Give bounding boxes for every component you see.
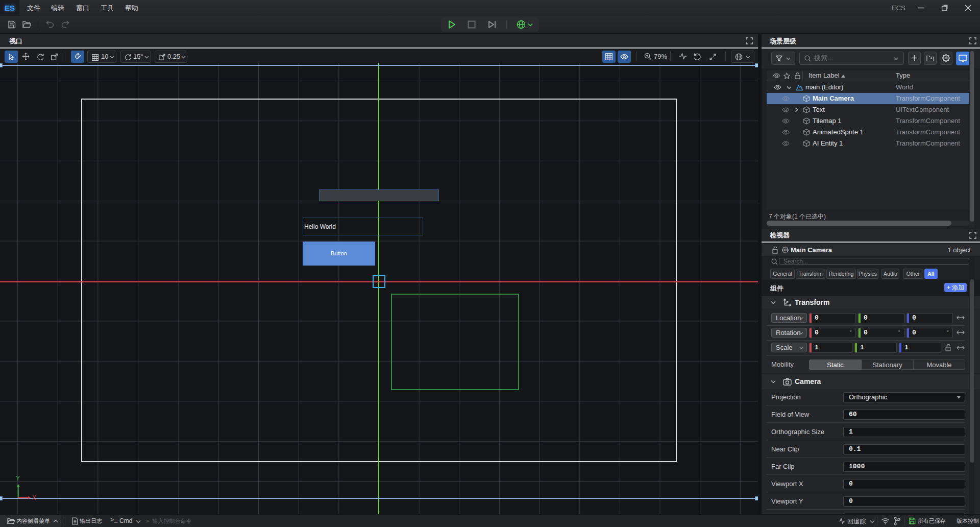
svg-text:X: X [32, 494, 36, 500]
svg-text:Y: Y [16, 475, 20, 482]
